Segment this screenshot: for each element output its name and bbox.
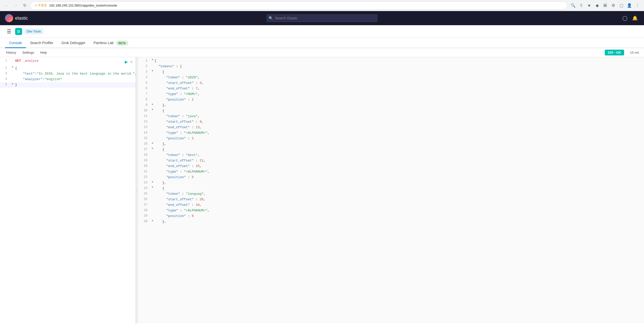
beta-badge: BETA xyxy=(116,41,128,45)
app-name-label: Dev Tools xyxy=(24,28,44,34)
line-number-2: 2 xyxy=(0,66,10,70)
r-line-9: 9 ▲ }, xyxy=(138,103,644,108)
r-line-4: 4 "token" : "2020", xyxy=(138,75,644,80)
back-button[interactable]: ← xyxy=(3,2,10,9)
r-line-12: 12 "start_offset" : 9, xyxy=(138,119,644,125)
code-editor: 1 GET _analyze ▶ ⚛ 2 ▼ { 3 "text":"In 20… xyxy=(0,57,136,89)
wrench-button[interactable]: ⚛ xyxy=(129,59,134,64)
status-badge: 200 - OK xyxy=(605,50,624,55)
forward-button[interactable]: → xyxy=(12,2,19,9)
tab-painless-lab[interactable]: Painless Lab BETA xyxy=(90,38,132,48)
r-line-3: 3 ▼ { xyxy=(138,69,644,75)
r-line-7: 7 "type" : "<NUM>", xyxy=(138,91,644,97)
r-line-14: 14 "type" : "<ALPHANUM>", xyxy=(138,130,644,136)
header-search-wrapper: 🔍 xyxy=(267,14,377,22)
r-line-15: 15 "position" : 2 xyxy=(138,136,644,141)
browser-chrome: ← → ↻ ⚠ 不安全 192.168.245.151:5601/app/dev… xyxy=(0,0,644,11)
elastic-wordmark: elastic xyxy=(15,16,28,21)
reload-button[interactable]: ↻ xyxy=(21,2,28,9)
line-content-4: "analyzer":"english" xyxy=(15,77,136,81)
tab-console[interactable]: Console xyxy=(5,38,26,48)
time-badge: 15 ms xyxy=(630,51,639,54)
line-actions-1: ▶ ⚛ xyxy=(122,58,136,65)
r-line-24: 24 ▼ { xyxy=(138,186,644,191)
help-icon[interactable]: ◯ xyxy=(621,14,629,22)
header-search-input[interactable] xyxy=(267,14,377,22)
line-content-3: "text":"In 2020, Java is the best langua… xyxy=(15,71,136,76)
browser-actions: 🔍 ⇧ ★ ◆ 🏛 ⚙ ▢ 👤 ⋮ xyxy=(570,2,641,9)
search-browser-btn[interactable]: 🔍 xyxy=(570,2,577,9)
line-number-1: 1 xyxy=(0,58,10,62)
elastic-logo: elastic xyxy=(5,14,28,22)
puzzle-btn[interactable]: ⚙ xyxy=(610,2,617,9)
r-line-19: 19 "start_offset" : 21, xyxy=(138,158,644,164)
r-line-22: 22 "position" : 5 xyxy=(138,175,644,180)
line-content-1: GET _analyze xyxy=(15,58,122,63)
left-editor-panel[interactable]: 1 GET _analyze ▶ ⚛ 2 ▼ { 3 "text":"In 20… xyxy=(0,57,136,323)
url-text: 192.168.245.151:5601/app/dev_tools#/cons… xyxy=(49,4,117,7)
bookmark-btn[interactable]: ★ xyxy=(586,2,593,9)
menu-btn[interactable]: ⋮ xyxy=(634,2,641,9)
help-button[interactable]: Help xyxy=(39,50,48,55)
r-line-17: 17 ▼ { xyxy=(138,147,644,152)
security-warning: ⚠ 不安全 xyxy=(34,3,47,8)
notifications-icon[interactable]: 🔔 xyxy=(631,14,639,22)
r-line-25: 25 "token" : "languag", xyxy=(138,191,644,197)
header-right-actions: ◯ 🔔 xyxy=(621,14,639,22)
extension-btn[interactable]: ◆ xyxy=(594,2,601,9)
r-line-1: 1 ▼ { xyxy=(138,58,644,64)
line-number-4: 4 xyxy=(0,77,10,81)
r-line-18: 18 "token" : "best", xyxy=(138,152,644,158)
app-toolbar: ☰ D Dev Tools xyxy=(0,25,644,38)
r-line-27: 27 "end_offset" : 34, xyxy=(138,202,644,208)
history-button[interactable]: History xyxy=(5,50,17,55)
editor-line-1: 1 GET _analyze ▶ ⚛ xyxy=(0,58,136,66)
line-gutter-2[interactable]: ▼ xyxy=(10,66,15,69)
app-header: elastic 🔍 ◯ 🔔 xyxy=(0,11,644,25)
r-line-2: 2 "tokens" : [ xyxy=(138,64,644,69)
editor-line-4: 4 "analyzer":"english" xyxy=(0,77,136,82)
r-line-21: 21 "type" : "<ALPHANUM>", xyxy=(138,169,644,175)
share-btn[interactable]: ⇧ xyxy=(578,2,585,9)
r-line-30: 30 ▲ }, xyxy=(138,219,644,224)
editor-line-3: 3 "text":"In 2020, Java is the best lang… xyxy=(0,71,136,77)
address-bar[interactable]: ⚠ 不安全 192.168.245.151:5601/app/dev_tools… xyxy=(30,2,568,10)
r-line-5: 5 "start_offset" : 3, xyxy=(138,80,644,86)
r-line-10: 10 ▼ { xyxy=(138,108,644,114)
right-response-panel: 1 ▼ { 2 "tokens" : [ 3 ▼ { 4 "token" : "… xyxy=(138,57,644,323)
editor-container: 1 GET _analyze ▶ ⚛ 2 ▼ { 3 "text":"In 20… xyxy=(0,57,644,323)
r-line-8: 8 "position" : 1 xyxy=(138,97,644,103)
sub-toolbar: History Settings Help 200 - OK 15 ms xyxy=(0,48,644,57)
r-line-23: 23 ▲ }, xyxy=(138,180,644,186)
line-content-2: { xyxy=(15,66,136,70)
split-btn[interactable]: ▢ xyxy=(618,2,625,9)
header-search-icon: 🔍 xyxy=(269,16,273,20)
editor-line-2: 2 ▼ { xyxy=(0,66,136,71)
response-content: 1 ▼ { 2 "tokens" : [ 3 ▼ { 4 "token" : "… xyxy=(138,57,644,225)
r-line-28: 28 "type" : "<ALPHANUM>", xyxy=(138,208,644,213)
line-content-5: } xyxy=(15,82,136,87)
r-line-16: 16 ▲ }, xyxy=(138,141,644,147)
r-line-20: 20 "end_offset" : 25, xyxy=(138,164,644,169)
panel-divider[interactable]: ⋮ xyxy=(136,57,138,323)
hamburger-button[interactable]: ☰ xyxy=(5,27,13,36)
r-line-6: 6 "end_offset" : 7, xyxy=(138,86,644,91)
line-number-5: 5 xyxy=(0,82,10,86)
tabs-bar: Console Search Profiler Grok Debugger Pa… xyxy=(0,38,644,48)
editor-line-5: 5 ▲ } xyxy=(0,82,136,88)
r-line-29: 29 "position" : 6 xyxy=(138,213,644,219)
line-gutter-5[interactable]: ▲ xyxy=(10,82,15,85)
translate-btn[interactable]: 🏛 xyxy=(602,2,609,9)
tab-grok-debugger[interactable]: Grok Debugger xyxy=(57,38,90,48)
line-number-3: 3 xyxy=(0,71,10,75)
r-line-11: 11 "token" : "java", xyxy=(138,114,644,119)
run-button[interactable]: ▶ xyxy=(124,59,128,65)
r-line-13: 13 "end_offset" : 13, xyxy=(138,125,644,130)
profile-btn[interactable]: 👤 xyxy=(626,2,633,9)
app-icon-badge: D xyxy=(15,28,22,35)
settings-button[interactable]: Settings xyxy=(21,50,35,55)
r-line-26: 26 "start_offset" : 26, xyxy=(138,197,644,202)
elastic-logo-icon xyxy=(5,14,13,22)
tab-search-profiler[interactable]: Search Profiler xyxy=(26,38,57,48)
